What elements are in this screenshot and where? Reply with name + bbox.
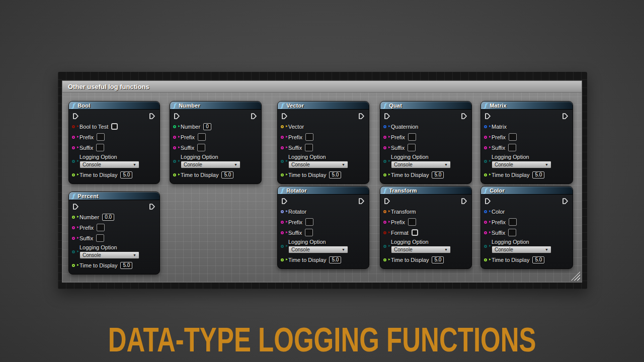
- node-vector[interactable]: ƒVectorVectorPrefixSuffixLogging OptionC…: [277, 101, 369, 184]
- textbox-prefix[interactable]: [408, 133, 416, 141]
- pin-time-to-display[interactable]: [383, 173, 386, 176]
- logging-option-dropdown[interactable]: Console▼: [492, 161, 551, 168]
- logging-option-dropdown[interactable]: Console▼: [391, 161, 451, 168]
- pin-suffix[interactable]: [72, 237, 75, 240]
- pin-logging-option[interactable]: [383, 160, 386, 163]
- value-time-to-display[interactable]: 5.0: [221, 171, 233, 178]
- pin-logging-option[interactable]: [383, 245, 386, 248]
- exec-out-pin[interactable]: [461, 198, 467, 205]
- textbox-prefix[interactable]: [509, 133, 517, 141]
- pin-time-to-display[interactable]: [383, 258, 386, 261]
- textbox-prefix[interactable]: [97, 133, 105, 141]
- logging-option-dropdown[interactable]: Console▼: [181, 161, 240, 168]
- pin-quaternion[interactable]: [383, 125, 386, 128]
- textbox-suffix[interactable]: [96, 144, 104, 151]
- pin-suffix[interactable]: [484, 146, 487, 149]
- node-color[interactable]: ƒColorColorPrefixSuffixLogging OptionCon…: [480, 186, 573, 269]
- logging-option-dropdown[interactable]: Console▼: [288, 246, 348, 253]
- textbox-suffix[interactable]: [197, 144, 205, 151]
- textbox-prefix[interactable]: [509, 218, 517, 226]
- logging-option-dropdown[interactable]: Console▼: [492, 246, 551, 253]
- value-time-to-display[interactable]: 5.0: [432, 171, 444, 178]
- pin-logging-option[interactable]: [173, 160, 176, 163]
- pin-suffix[interactable]: [383, 146, 386, 149]
- pin-time-to-display[interactable]: [281, 258, 284, 261]
- pin-prefix[interactable]: [72, 226, 75, 229]
- value-time-to-display[interactable]: 5.0: [329, 256, 341, 263]
- pin-matrix[interactable]: [484, 125, 487, 128]
- node-header-number[interactable]: ƒNumber: [170, 102, 261, 110]
- exec-out-pin[interactable]: [461, 113, 467, 120]
- pin-logging-option[interactable]: [281, 160, 284, 163]
- pin-prefix[interactable]: [173, 136, 176, 139]
- pin-prefix[interactable]: [281, 221, 284, 224]
- textbox-suffix[interactable]: [408, 144, 416, 151]
- pin-color[interactable]: [484, 210, 487, 213]
- pin-time-to-display[interactable]: [484, 173, 487, 176]
- value-time-to-display[interactable]: 5.0: [532, 256, 544, 263]
- pin-time-to-display[interactable]: [173, 173, 176, 176]
- node-header-bool[interactable]: ƒBool: [69, 102, 159, 110]
- pin-transform[interactable]: [383, 210, 386, 213]
- pin-suffix[interactable]: [281, 146, 284, 149]
- pin-prefix[interactable]: [383, 136, 386, 139]
- value-time-to-display[interactable]: 5.0: [532, 171, 544, 178]
- pin-logging-option[interactable]: [484, 245, 487, 248]
- node-header-vector[interactable]: ƒVector: [278, 102, 369, 110]
- pin-number[interactable]: [173, 125, 176, 128]
- node-matrix[interactable]: ƒMatrixMatrixPrefixSuffixLogging OptionC…: [480, 101, 573, 184]
- logging-option-dropdown[interactable]: Console▼: [79, 251, 139, 259]
- pin-logging-option[interactable]: [72, 160, 75, 163]
- node-number[interactable]: ƒNumberNumber0PrefixSuffixLogging Option…: [170, 101, 262, 184]
- textbox-suffix[interactable]: [508, 229, 516, 236]
- exec-in-pin[interactable]: [384, 198, 390, 205]
- pin-rotator[interactable]: [281, 210, 284, 213]
- textbox-suffix[interactable]: [305, 229, 313, 236]
- pin-suffix[interactable]: [173, 146, 176, 149]
- textbox-prefix[interactable]: [305, 133, 313, 141]
- value-time-to-display[interactable]: 5.0: [120, 262, 132, 269]
- textbox-suffix[interactable]: [305, 144, 313, 151]
- textbox-prefix[interactable]: [97, 224, 105, 231]
- node-header-percent[interactable]: ƒPercent: [69, 192, 159, 200]
- textbox-prefix[interactable]: [408, 218, 416, 226]
- logging-option-dropdown[interactable]: Console▼: [79, 161, 139, 168]
- comment-resize-handle[interactable]: [571, 272, 580, 281]
- pin-suffix[interactable]: [72, 146, 75, 149]
- exec-in-pin[interactable]: [72, 203, 79, 210]
- exec-out-pin[interactable]: [358, 113, 365, 120]
- textbox-prefix[interactable]: [305, 218, 313, 226]
- pin-time-to-display[interactable]: [72, 173, 75, 176]
- value-number[interactable]: 0.0: [102, 214, 114, 221]
- value-time-to-display[interactable]: 5.0: [329, 171, 341, 178]
- exec-out-pin[interactable]: [149, 203, 155, 210]
- pin-number[interactable]: [72, 216, 75, 219]
- textbox-suffix[interactable]: [96, 234, 104, 242]
- exec-in-pin[interactable]: [281, 113, 288, 120]
- node-bool[interactable]: ƒBoolBool to TestPrefixSuffixLogging Opt…: [68, 101, 160, 184]
- checkbox-format[interactable]: [412, 229, 418, 236]
- node-header-matrix[interactable]: ƒMatrix: [481, 102, 573, 110]
- pin-prefix[interactable]: [484, 136, 487, 139]
- node-percent[interactable]: ƒPercentNumber0.0PrefixSuffixLogging Opt…: [68, 192, 160, 275]
- value-number[interactable]: 0: [203, 123, 211, 130]
- exec-in-pin[interactable]: [485, 113, 491, 120]
- exec-in-pin[interactable]: [72, 113, 79, 120]
- pin-prefix[interactable]: [281, 136, 284, 139]
- pin-prefix[interactable]: [72, 136, 75, 139]
- exec-out-pin[interactable]: [358, 198, 365, 205]
- pin-suffix[interactable]: [484, 231, 487, 234]
- exec-out-pin[interactable]: [251, 113, 257, 120]
- exec-out-pin[interactable]: [149, 113, 155, 120]
- value-time-to-display[interactable]: 5.0: [432, 256, 444, 263]
- exec-in-pin[interactable]: [174, 113, 180, 120]
- exec-in-pin[interactable]: [281, 198, 288, 205]
- pin-vector[interactable]: [281, 125, 284, 128]
- textbox-prefix[interactable]: [198, 133, 206, 141]
- pin-time-to-display[interactable]: [281, 173, 284, 176]
- pin-logging-option[interactable]: [484, 160, 487, 163]
- node-transform[interactable]: ƒTransformTransformPrefixFormatLogging O…: [380, 186, 472, 269]
- logging-option-dropdown[interactable]: Console▼: [288, 161, 348, 168]
- node-header-transform[interactable]: ƒTransform: [380, 187, 471, 195]
- node-rotator[interactable]: ƒRotatorRotatorPrefixSuffixLogging Optio…: [277, 186, 369, 269]
